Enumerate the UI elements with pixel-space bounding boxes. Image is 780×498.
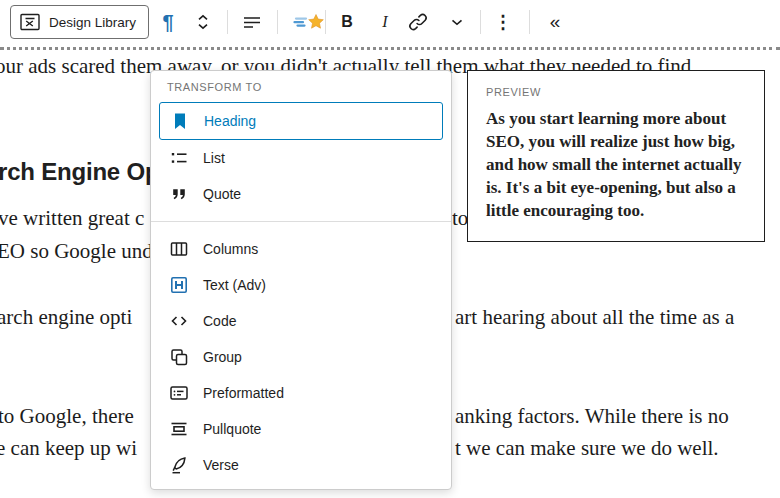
preview-text-line: little encouraging too. — [486, 199, 750, 222]
menu-item-label: Verse — [203, 457, 239, 473]
block-toolbar: Design Library ¶ — [0, 0, 780, 45]
menu-item-heading[interactable]: Heading — [159, 102, 443, 140]
doc-text-line: to — [452, 206, 468, 231]
menu-item-label: Text (Adv) — [203, 277, 266, 293]
menu-item-pullquote[interactable]: Pullquote — [159, 411, 443, 447]
menu-item-label: List — [203, 150, 225, 166]
columns-icon — [167, 237, 191, 261]
menu-item-columns[interactable]: Columns — [159, 231, 443, 267]
doc-text-line: to Google, there — [0, 404, 134, 429]
menu-item-label: Quote — [203, 186, 241, 202]
move-up-down-icon — [193, 10, 213, 34]
doc-text-line: ve written great c — [0, 206, 144, 231]
paragraph-icon: ¶ — [162, 11, 173, 34]
menu-item-text-adv[interactable]: Text (Adv) — [159, 267, 443, 303]
ai-assistant-button[interactable] — [291, 4, 329, 40]
menu-item-verse[interactable]: Verse — [159, 447, 443, 483]
italic-button[interactable]: I — [368, 4, 402, 40]
quote-icon — [167, 182, 191, 206]
preview-text-line: and how small the internet actually — [486, 153, 750, 176]
bold-icon: B — [341, 13, 353, 31]
doc-text-line: EO so Google und — [0, 239, 153, 264]
block-mover-button[interactable] — [186, 4, 220, 40]
transform-preview-panel: PREVIEW As you start learning more about… — [467, 70, 765, 242]
transform-to-menu: TRANSFORM TO Heading List — [150, 70, 452, 490]
more-formatting-button[interactable] — [440, 4, 474, 40]
menu-item-label: Group — [203, 349, 242, 365]
menu-item-label: Columns — [203, 241, 258, 257]
verse-icon — [167, 453, 191, 477]
doc-text-line: anking factors. While there is no — [455, 404, 729, 429]
toolbar-separator — [227, 10, 228, 34]
italic-icon: I — [382, 13, 387, 31]
design-library-icon — [19, 12, 41, 32]
toolbar-separator — [277, 10, 278, 34]
more-options-kebab-icon: ⋮ — [494, 11, 512, 33]
text-adv-icon — [167, 273, 191, 297]
doc-text-line: t we can make sure we do well. — [455, 436, 719, 461]
preview-text-line: SEO, you will realize just how big, — [486, 130, 750, 153]
ai-shooting-star-icon — [293, 10, 327, 34]
menu-item-label: Preformatted — [203, 385, 284, 401]
chevron-down-icon — [447, 10, 467, 34]
menu-item-group[interactable]: Group — [159, 339, 443, 375]
toolbar-separator — [529, 10, 530, 34]
menu-item-label: Pullquote — [203, 421, 261, 437]
code-icon — [167, 309, 191, 333]
doc-text-line: e can keep up wi — [0, 436, 137, 461]
menu-item-code[interactable]: Code — [159, 303, 443, 339]
menu-item-quote[interactable]: Quote — [159, 176, 443, 212]
block-boundary-dotted-line — [0, 47, 780, 50]
preview-text-line: is. It's a bit eye-opening, but also a — [486, 176, 750, 199]
heading-bookmark-icon — [168, 109, 192, 133]
menu-item-list[interactable]: List — [159, 140, 443, 176]
paragraph-block-button[interactable]: ¶ — [151, 4, 185, 40]
align-text-button[interactable] — [235, 4, 269, 40]
preview-label: PREVIEW — [486, 86, 750, 98]
menu-item-label: Heading — [204, 113, 256, 129]
pullquote-icon — [167, 417, 191, 441]
block-options-button[interactable]: ⋮ — [486, 4, 520, 40]
collapse-toolbar-button[interactable]: « — [538, 4, 572, 40]
design-library-label: Design Library — [49, 15, 136, 30]
transform-menu-header: TRANSFORM TO — [159, 79, 443, 102]
collapse-double-chevron-icon: « — [550, 11, 561, 33]
toolbar-separator — [480, 10, 481, 34]
design-library-button[interactable]: Design Library — [10, 5, 149, 39]
toolbar-separator — [325, 10, 326, 34]
preformatted-icon — [167, 381, 191, 405]
menu-separator — [151, 221, 451, 222]
doc-text-line: arch engine opti — [0, 305, 132, 330]
group-icon — [167, 345, 191, 369]
link-button[interactable] — [401, 4, 435, 40]
align-text-icon — [240, 10, 264, 34]
link-icon — [406, 10, 430, 34]
preview-text-line: As you start learning more about — [486, 107, 750, 130]
menu-item-label: Code — [203, 313, 236, 329]
bold-button[interactable]: B — [330, 4, 364, 40]
doc-text-line: art hearing about all the time as a — [455, 305, 734, 330]
menu-item-preformatted[interactable]: Preformatted — [159, 375, 443, 411]
editor-canvas: our ads scared them away, or you didn't … — [0, 0, 780, 498]
list-icon — [167, 146, 191, 170]
